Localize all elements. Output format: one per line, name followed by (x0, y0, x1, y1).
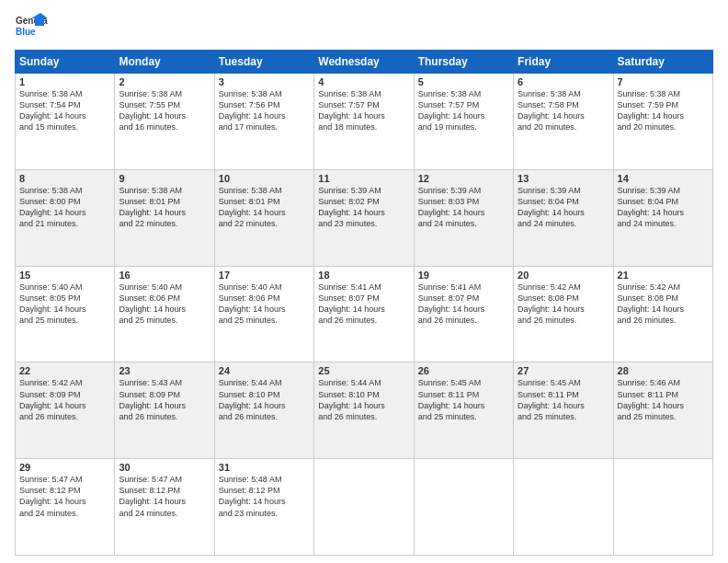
table-row: 17Sunrise: 5:40 AMSunset: 8:06 PMDayligh… (214, 266, 313, 362)
day-number: 30 (119, 462, 210, 473)
cell-content: Sunrise: 5:38 AMSunset: 8:00 PMDaylight:… (19, 186, 86, 228)
cell-content: Sunrise: 5:38 AMSunset: 8:01 PMDaylight:… (219, 186, 286, 228)
cell-content: Sunrise: 5:42 AMSunset: 8:08 PMDaylight:… (518, 282, 585, 325)
day-number: 21 (618, 270, 709, 281)
day-number: 24 (219, 365, 310, 376)
day-number: 16 (119, 270, 210, 281)
table-row: 9Sunrise: 5:38 AMSunset: 8:01 PMDaylight… (115, 169, 214, 266)
col-sunday: Sunday (16, 51, 115, 74)
cell-content: Sunrise: 5:48 AMSunset: 8:12 PMDaylight:… (219, 475, 286, 517)
day-number: 14 (618, 173, 709, 184)
day-number: 5 (418, 76, 509, 87)
logo: General Blue (15, 11, 48, 44)
table-row: 6Sunrise: 5:38 AMSunset: 7:58 PMDaylight… (514, 74, 613, 170)
day-number: 20 (518, 270, 609, 281)
cell-content: Sunrise: 5:40 AMSunset: 8:05 PMDaylight:… (19, 282, 86, 325)
svg-text:Blue: Blue (16, 27, 36, 37)
cell-content: Sunrise: 5:44 AMSunset: 8:10 PMDaylight:… (318, 378, 385, 420)
cell-content: Sunrise: 5:40 AMSunset: 8:06 PMDaylight:… (119, 282, 186, 325)
table-row: 21Sunrise: 5:42 AMSunset: 8:08 PMDayligh… (613, 266, 712, 362)
table-row: 7Sunrise: 5:38 AMSunset: 7:59 PMDaylight… (613, 74, 712, 170)
cell-content: Sunrise: 5:45 AMSunset: 8:11 PMDaylight:… (518, 378, 585, 420)
table-row: 3Sunrise: 5:38 AMSunset: 7:56 PMDaylight… (214, 74, 313, 170)
cell-content: Sunrise: 5:38 AMSunset: 7:56 PMDaylight:… (219, 89, 286, 132)
calendar-week-row: 8Sunrise: 5:38 AMSunset: 8:00 PMDaylight… (16, 169, 713, 266)
day-number: 22 (19, 365, 110, 376)
table-row: 31Sunrise: 5:48 AMSunset: 8:12 PMDayligh… (214, 459, 313, 556)
calendar-week-row: 29Sunrise: 5:47 AMSunset: 8:12 PMDayligh… (16, 459, 713, 556)
table-row: 14Sunrise: 5:39 AMSunset: 8:04 PMDayligh… (613, 169, 712, 266)
cell-content: Sunrise: 5:46 AMSunset: 8:11 PMDaylight:… (618, 378, 685, 420)
day-number: 28 (618, 365, 709, 376)
calendar-table: Sunday Monday Tuesday Wednesday Thursday… (15, 50, 713, 556)
table-row: 4Sunrise: 5:38 AMSunset: 7:57 PMDaylight… (314, 74, 414, 170)
table-row (414, 459, 513, 556)
table-row: 1Sunrise: 5:38 AMSunset: 7:54 PMDaylight… (16, 74, 115, 170)
table-row: 28Sunrise: 5:46 AMSunset: 8:11 PMDayligh… (613, 362, 712, 459)
calendar-week-row: 15Sunrise: 5:40 AMSunset: 8:05 PMDayligh… (16, 266, 713, 362)
day-number: 27 (518, 365, 609, 376)
table-row: 20Sunrise: 5:42 AMSunset: 8:08 PMDayligh… (514, 266, 613, 362)
day-number: 29 (19, 462, 110, 473)
cell-content: Sunrise: 5:45 AMSunset: 8:11 PMDaylight:… (418, 378, 485, 420)
table-row: 24Sunrise: 5:44 AMSunset: 8:10 PMDayligh… (214, 362, 313, 459)
cell-content: Sunrise: 5:38 AMSunset: 7:59 PMDaylight:… (618, 89, 685, 132)
day-number: 15 (19, 270, 110, 281)
cell-content: Sunrise: 5:42 AMSunset: 8:09 PMDaylight:… (19, 378, 86, 420)
cell-content: Sunrise: 5:38 AMSunset: 7:55 PMDaylight:… (119, 89, 186, 132)
day-number: 31 (219, 462, 310, 473)
day-number: 17 (219, 270, 310, 281)
col-monday: Monday (115, 51, 214, 74)
col-saturday: Saturday (613, 51, 712, 74)
day-number: 2 (119, 76, 210, 87)
day-number: 12 (418, 173, 509, 184)
table-row: 10Sunrise: 5:38 AMSunset: 8:01 PMDayligh… (214, 169, 313, 266)
day-number: 4 (318, 76, 409, 87)
cell-content: Sunrise: 5:39 AMSunset: 8:03 PMDaylight:… (418, 186, 485, 228)
header: General Blue (15, 11, 713, 44)
table-row (613, 459, 712, 556)
cell-content: Sunrise: 5:38 AMSunset: 7:57 PMDaylight:… (418, 89, 485, 132)
col-thursday: Thursday (414, 51, 513, 74)
day-number: 18 (318, 270, 409, 281)
calendar-week-row: 1Sunrise: 5:38 AMSunset: 7:54 PMDaylight… (16, 74, 713, 170)
table-row: 15Sunrise: 5:40 AMSunset: 8:05 PMDayligh… (16, 266, 115, 362)
page: General Blue Sunday Monday Tuesday Wedne… (0, 0, 728, 563)
cell-content: Sunrise: 5:47 AMSunset: 8:12 PMDaylight:… (19, 475, 86, 517)
day-number: 7 (618, 76, 709, 87)
cell-content: Sunrise: 5:39 AMSunset: 8:02 PMDaylight:… (318, 186, 385, 228)
day-number: 6 (518, 76, 609, 87)
cell-content: Sunrise: 5:43 AMSunset: 8:09 PMDaylight:… (119, 378, 186, 420)
col-wednesday: Wednesday (314, 51, 414, 74)
day-number: 26 (418, 365, 509, 376)
table-row: 8Sunrise: 5:38 AMSunset: 8:00 PMDaylight… (16, 169, 115, 266)
table-row: 16Sunrise: 5:40 AMSunset: 8:06 PMDayligh… (115, 266, 214, 362)
cell-content: Sunrise: 5:39 AMSunset: 8:04 PMDaylight:… (618, 186, 685, 228)
cell-content: Sunrise: 5:38 AMSunset: 7:57 PMDaylight:… (318, 89, 385, 132)
day-number: 23 (119, 365, 210, 376)
table-row: 29Sunrise: 5:47 AMSunset: 8:12 PMDayligh… (16, 459, 115, 556)
cell-content: Sunrise: 5:44 AMSunset: 8:10 PMDaylight:… (219, 378, 286, 420)
col-tuesday: Tuesday (214, 51, 313, 74)
table-row: 22Sunrise: 5:42 AMSunset: 8:09 PMDayligh… (16, 362, 115, 459)
table-row: 11Sunrise: 5:39 AMSunset: 8:02 PMDayligh… (314, 169, 414, 266)
day-number: 19 (418, 270, 509, 281)
day-number: 3 (219, 76, 310, 87)
table-row: 25Sunrise: 5:44 AMSunset: 8:10 PMDayligh… (314, 362, 414, 459)
day-number: 1 (19, 76, 110, 87)
logo-svg: General Blue (15, 11, 48, 44)
table-row: 26Sunrise: 5:45 AMSunset: 8:11 PMDayligh… (414, 362, 513, 459)
table-row: 5Sunrise: 5:38 AMSunset: 7:57 PMDaylight… (414, 74, 513, 170)
day-number: 11 (318, 173, 409, 184)
cell-content: Sunrise: 5:41 AMSunset: 8:07 PMDaylight:… (318, 282, 385, 325)
day-number: 8 (19, 173, 110, 184)
cell-content: Sunrise: 5:40 AMSunset: 8:06 PMDaylight:… (219, 282, 286, 325)
table-row (514, 459, 613, 556)
col-friday: Friday (514, 51, 613, 74)
cell-content: Sunrise: 5:42 AMSunset: 8:08 PMDaylight:… (618, 282, 685, 325)
table-row: 23Sunrise: 5:43 AMSunset: 8:09 PMDayligh… (115, 362, 214, 459)
day-number: 9 (119, 173, 210, 184)
cell-content: Sunrise: 5:38 AMSunset: 7:54 PMDaylight:… (19, 89, 86, 132)
calendar-header-row: Sunday Monday Tuesday Wednesday Thursday… (16, 51, 713, 74)
table-row: 12Sunrise: 5:39 AMSunset: 8:03 PMDayligh… (414, 169, 513, 266)
